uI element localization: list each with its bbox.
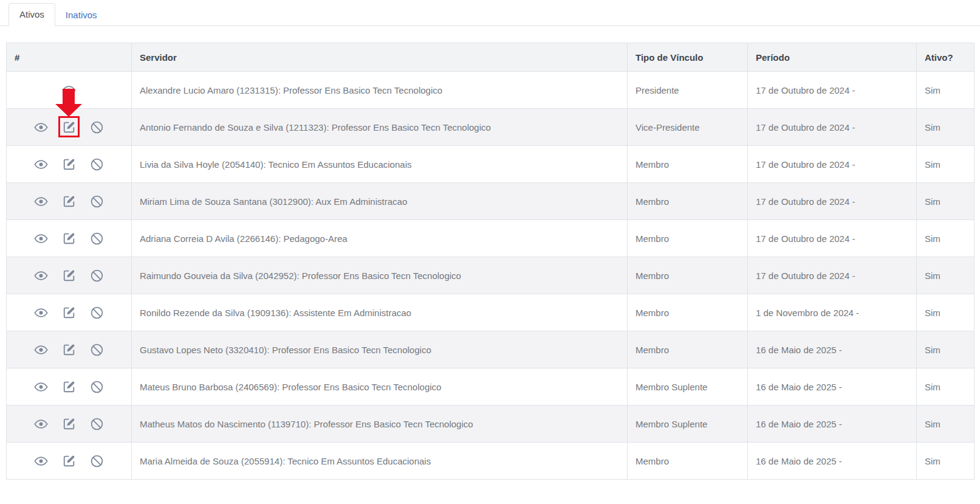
eye-icon[interactable]: [34, 157, 48, 171]
table-row: Mateus Bruno Barbosa (2406569): Professo…: [7, 368, 975, 406]
action-slot: [83, 193, 111, 210]
action-slot: [27, 304, 55, 321]
row-periodo: 16 de Maio de 2025 -: [748, 331, 917, 368]
row-tipo-vinculo: Membro: [628, 257, 748, 294]
row-periodo: 17 de Outubro de 2024 -: [748, 72, 917, 109]
eye-icon[interactable]: [34, 417, 48, 431]
ban-icon[interactable]: [90, 120, 104, 134]
ban-icon[interactable]: [90, 157, 104, 171]
edit-pencil-square-icon[interactable]: [63, 380, 76, 393]
row-periodo: 17 de Outubro de 2024 -: [748, 146, 917, 183]
row-tipo-vinculo: Presidente: [628, 72, 748, 109]
action-slot: [83, 230, 111, 247]
eye-icon[interactable]: [34, 120, 48, 134]
action-slot: [27, 230, 55, 247]
eye-icon[interactable]: [34, 269, 48, 283]
action-slot: [55, 452, 83, 469]
row-servidor: Livia da Silva Hoyle (2054140): Tecnico …: [132, 146, 628, 183]
row-periodo: 17 de Outubro de 2024 -: [748, 109, 917, 146]
row-servidor: Miriam Lima de Souza Santana (3012900): …: [132, 183, 628, 220]
row-servidor: Alexandre Lucio Amaro (1231315): Profess…: [132, 72, 628, 109]
row-periodo: 17 de Outubro de 2024 -: [748, 183, 917, 220]
action-slot: [27, 341, 55, 358]
action-slot: [55, 230, 83, 247]
row-ativo: Sim: [917, 146, 975, 183]
ban-icon[interactable]: [90, 417, 104, 431]
row-actions-cell: [7, 368, 132, 406]
tab-ativos[interactable]: Ativos: [9, 3, 55, 26]
ban-icon[interactable]: [90, 343, 104, 357]
tab-inativos[interactable]: Inativos: [55, 4, 108, 26]
row-ativo: Sim: [917, 257, 975, 294]
row-ativo: Sim: [917, 406, 975, 443]
ban-icon[interactable]: [90, 269, 104, 283]
edit-pencil-square-icon[interactable]: [63, 454, 76, 468]
row-servidor: Gustavo Lopes Neto (3320410): Professor …: [132, 331, 628, 368]
row-tipo-vinculo: Membro: [628, 331, 748, 368]
action-slot: [83, 304, 111, 321]
action-slot: [83, 119, 111, 136]
row-servidor: Antonio Fernando de Souza e Silva (12113…: [132, 109, 628, 146]
column-header-ativo: Ativo?: [917, 43, 975, 72]
row-servidor: Raimundo Gouveia da Silva (2042952): Pro…: [132, 257, 628, 294]
table-row: Maria Almeida de Souza (2055914): Tecnic…: [7, 443, 975, 480]
eye-icon[interactable]: [34, 343, 48, 357]
edit-pencil-square-icon[interactable]: [63, 343, 76, 356]
table-row: Miriam Lima de Souza Santana (3012900): …: [7, 183, 975, 220]
annotation-highlight-box: [58, 116, 80, 137]
action-slot: [83, 415, 111, 432]
row-actions-cell: [7, 220, 132, 257]
ban-icon[interactable]: [90, 306, 104, 320]
table-header-row: # Servidor Tipo de Vínculo Período Ativo…: [7, 43, 975, 72]
eye-icon[interactable]: [34, 195, 48, 209]
row-tipo-vinculo: Membro: [628, 146, 748, 183]
ban-icon[interactable]: [90, 380, 104, 394]
column-header-actions: #: [7, 43, 132, 72]
action-slot: [27, 267, 55, 284]
action-slot: [27, 193, 55, 210]
edit-pencil-square-icon[interactable]: [63, 157, 76, 171]
row-ativo: Sim: [917, 183, 975, 220]
page: Ativos Inativos # Servidor Tipo de Víncu…: [0, 0, 980, 504]
edit-pencil-square-icon[interactable]: [63, 269, 76, 282]
row-actions-cell: [7, 257, 132, 294]
row-ativo: Sim: [917, 443, 975, 480]
action-slot: [27, 81, 55, 98]
row-tipo-vinculo: Membro Suplente: [628, 406, 748, 443]
row-tipo-vinculo: Membro: [628, 294, 748, 331]
table-row: Ronildo Rezende da Silva (1909136): Assi…: [7, 294, 975, 331]
edit-pencil-square-icon[interactable]: [63, 417, 76, 430]
row-tipo-vinculo: Membro Suplente: [628, 368, 748, 406]
eye-icon[interactable]: [34, 306, 48, 320]
row-ativo: Sim: [917, 109, 975, 146]
edit-pencil-square-icon[interactable]: [63, 232, 76, 245]
action-slot: [83, 81, 111, 98]
row-periodo: 16 de Maio de 2025 -: [748, 368, 917, 406]
column-header-servidor: Servidor: [132, 43, 628, 72]
eye-icon[interactable]: [34, 380, 48, 394]
edit-pencil-square-icon[interactable]: [63, 306, 76, 319]
ban-icon[interactable]: [90, 195, 104, 209]
table-row: Raimundo Gouveia da Silva (2042952): Pro…: [7, 257, 975, 294]
column-header-periodo: Período: [748, 43, 917, 72]
members-table: # Servidor Tipo de Vínculo Período Ativo…: [6, 43, 975, 480]
row-periodo: 16 de Maio de 2025 -: [748, 406, 917, 443]
row-tipo-vinculo: Vice-Presidente: [628, 109, 748, 146]
row-actions-cell: [7, 294, 132, 331]
table-row: Adriana Correia D Avila (2266146): Pedag…: [7, 220, 975, 257]
eye-icon[interactable]: [34, 232, 48, 246]
table-row: Antonio Fernando de Souza e Silva (12113…: [7, 109, 975, 146]
table-row: Alexandre Lucio Amaro (1231315): Profess…: [7, 72, 975, 109]
ban-icon[interactable]: [90, 454, 104, 468]
row-ativo: Sim: [917, 368, 975, 406]
edit-pencil-square-icon[interactable]: [63, 195, 76, 208]
row-tipo-vinculo: Membro: [628, 183, 748, 220]
action-slot: [27, 378, 55, 395]
row-servidor: Matheus Matos do Nascimento (1139710): P…: [132, 406, 628, 443]
action-slot: [55, 304, 83, 321]
ban-icon[interactable]: [90, 232, 104, 246]
row-ativo: Sim: [917, 72, 975, 109]
table-row: Livia da Silva Hoyle (2054140): Tecnico …: [7, 146, 975, 183]
eye-icon[interactable]: [34, 454, 48, 468]
action-slot: [83, 341, 111, 358]
